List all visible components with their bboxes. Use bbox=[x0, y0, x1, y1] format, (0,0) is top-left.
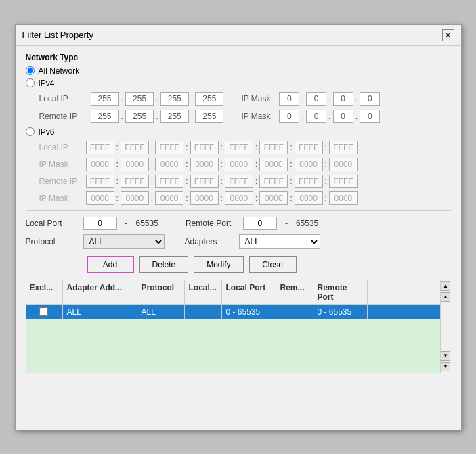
remote-ip-1[interactable] bbox=[125, 110, 154, 123]
scroll-up-button[interactable]: ▲ bbox=[441, 281, 450, 291]
local-ip-1[interactable] bbox=[125, 92, 154, 106]
ipv6-lmask-2[interactable] bbox=[155, 158, 183, 171]
ipv6-lip-1[interactable] bbox=[121, 141, 149, 154]
add-button[interactable]: Add bbox=[87, 256, 134, 273]
remote-ip-2[interactable] bbox=[160, 110, 189, 123]
scroll-down-button[interactable]: ▼ bbox=[441, 351, 450, 361]
ipv6-rmask-2[interactable] bbox=[155, 191, 183, 205]
ipv6-local-mask-fields: : : : : : : : bbox=[86, 158, 358, 171]
remote-ip-0[interactable] bbox=[91, 110, 119, 123]
table-row[interactable]: ALL ALL 0 - 65535 0 - 65535 bbox=[26, 305, 440, 319]
ipv6-lmask-7[interactable] bbox=[329, 158, 358, 171]
adapters-label: Adapters bbox=[185, 237, 232, 246]
col-header-localport: Local Port bbox=[222, 280, 276, 304]
filter-list-dialog: Filter List Property × Network Type All … bbox=[15, 24, 462, 430]
local-port-min-input[interactable] bbox=[83, 217, 117, 230]
scroll-up2-button[interactable]: ▲ bbox=[441, 292, 450, 302]
adapters-select[interactable]: ALL bbox=[239, 234, 320, 249]
row-adapter-cell: ALL bbox=[63, 305, 137, 319]
local-mask-0[interactable] bbox=[279, 92, 299, 106]
local-mask-1[interactable] bbox=[306, 92, 326, 106]
protocol-select[interactable]: ALL TCP UDP ICMP bbox=[83, 234, 165, 249]
remote-port-min-input[interactable] bbox=[243, 217, 277, 230]
col-header-adapter: Adapter Add... bbox=[63, 280, 137, 304]
ipv6-rip-5[interactable] bbox=[259, 175, 288, 188]
radio-all-network[interactable]: All Network bbox=[26, 66, 451, 76]
ipv6-lip-4[interactable] bbox=[225, 141, 253, 154]
ipv6-rip-0[interactable] bbox=[86, 175, 114, 188]
remote-mask-3[interactable] bbox=[360, 110, 380, 123]
local-mask-3[interactable] bbox=[360, 92, 380, 106]
col-header-local: Local... bbox=[185, 280, 222, 304]
ipv6-lmask-5[interactable] bbox=[259, 158, 288, 171]
empty-rows bbox=[26, 319, 440, 373]
local-mask-2[interactable] bbox=[333, 92, 353, 106]
ipv6-lip-7[interactable] bbox=[329, 141, 358, 154]
ipv6-rmask-1[interactable] bbox=[121, 191, 149, 205]
ipv6-rmask-0[interactable] bbox=[86, 191, 114, 205]
ipv6-ip-mask-label-1: IP Mask bbox=[39, 160, 83, 169]
remote-ip-3[interactable] bbox=[195, 110, 223, 123]
ipv6-remote-mask-row: IP Mask : : : : : : : bbox=[39, 191, 451, 205]
radio-ipv6-input[interactable] bbox=[26, 127, 35, 136]
ipv6-section: Local IP : : : : : : : bbox=[39, 141, 451, 205]
close-button[interactable]: Close bbox=[249, 256, 297, 273]
local-ip-0[interactable] bbox=[91, 92, 119, 106]
scroll-down2-button[interactable]: ▼ bbox=[441, 362, 450, 371]
local-ip-3[interactable] bbox=[195, 92, 223, 106]
ipv4-section: Local IP . . . IP Mask . . . bbox=[39, 92, 451, 123]
ipv6-rip-7[interactable] bbox=[329, 175, 358, 188]
ipv6-local-mask-row: IP Mask : : : : : : : bbox=[39, 158, 451, 171]
remote-mask-2[interactable] bbox=[333, 110, 353, 123]
ip-mask-label-2: IP Mask bbox=[241, 112, 275, 121]
row-excl-checkbox[interactable] bbox=[39, 307, 48, 316]
ipv6-rmask-5[interactable] bbox=[259, 191, 288, 205]
filter-table: Excl... Adapter Add... Protocol Local...… bbox=[26, 280, 440, 373]
ipv6-rip-1[interactable] bbox=[121, 175, 149, 188]
modify-button[interactable]: Modify bbox=[194, 256, 243, 273]
ipv4-remote-ip-row: Remote IP . . . IP Mask . . bbox=[39, 110, 451, 123]
ipv6-rip-2[interactable] bbox=[155, 175, 183, 188]
ipv6-rmask-4[interactable] bbox=[225, 191, 253, 205]
row-remoteport-cell: 0 - 65535 bbox=[313, 305, 368, 319]
ipv6-rmask-3[interactable] bbox=[190, 191, 219, 205]
ipv6-rmask-6[interactable] bbox=[295, 191, 323, 205]
network-type-label: Network Type bbox=[26, 53, 451, 62]
ipv6-lmask-3[interactable] bbox=[190, 158, 219, 171]
ipv6-rip-6[interactable] bbox=[295, 175, 323, 188]
remote-port-max-value: 65535 bbox=[296, 219, 318, 228]
radio-ipv6[interactable]: IPv6 bbox=[26, 127, 451, 137]
col-header-remoteport: Remote Port bbox=[313, 280, 368, 304]
close-dialog-button[interactable]: × bbox=[442, 29, 454, 41]
remote-mask-0[interactable] bbox=[279, 110, 299, 123]
col-header-protocol: Protocol bbox=[137, 280, 185, 304]
ipv6-lip-5[interactable] bbox=[259, 141, 288, 154]
protocol-adapters-row: Protocol ALL TCP UDP ICMP Adapters ALL bbox=[26, 234, 451, 249]
ipv6-lip-3[interactable] bbox=[190, 141, 219, 154]
remote-port-label: Remote Port bbox=[186, 219, 236, 228]
remote-mask-1[interactable] bbox=[306, 110, 326, 123]
ipv6-lmask-1[interactable] bbox=[121, 158, 149, 171]
ipv6-lip-0[interactable] bbox=[86, 141, 114, 154]
local-ip-field-group: . . . bbox=[91, 92, 224, 106]
ipv6-lmask-4[interactable] bbox=[225, 158, 253, 171]
port-row: Local Port - 65535 Remote Port - 65535 bbox=[26, 217, 451, 230]
remote-mask-field-group: . . . bbox=[279, 110, 380, 123]
row-local-cell bbox=[185, 305, 222, 319]
local-mask-field-group: . . . bbox=[279, 92, 380, 106]
radio-ipv4[interactable]: IPv4 bbox=[26, 78, 451, 88]
radio-all-network-input[interactable] bbox=[26, 66, 35, 75]
ipv6-rip-4[interactable] bbox=[225, 175, 253, 188]
ipv6-lmask-0[interactable] bbox=[86, 158, 114, 171]
ipv6-ip-mask-label-2: IP Mask bbox=[39, 194, 83, 203]
col-header-remote: Rem... bbox=[276, 280, 313, 304]
local-ip-2[interactable] bbox=[160, 92, 189, 106]
delete-button[interactable]: Delete bbox=[139, 256, 189, 273]
ipv6-rmask-7[interactable] bbox=[329, 191, 358, 205]
ipv6-lmask-6[interactable] bbox=[295, 158, 323, 171]
ipv6-lip-2[interactable] bbox=[155, 141, 183, 154]
ipv6-lip-6[interactable] bbox=[295, 141, 323, 154]
ipv6-rip-3[interactable] bbox=[190, 175, 219, 188]
radio-ipv4-input[interactable] bbox=[26, 78, 35, 87]
radio-all-network-text: All Network bbox=[39, 66, 80, 76]
